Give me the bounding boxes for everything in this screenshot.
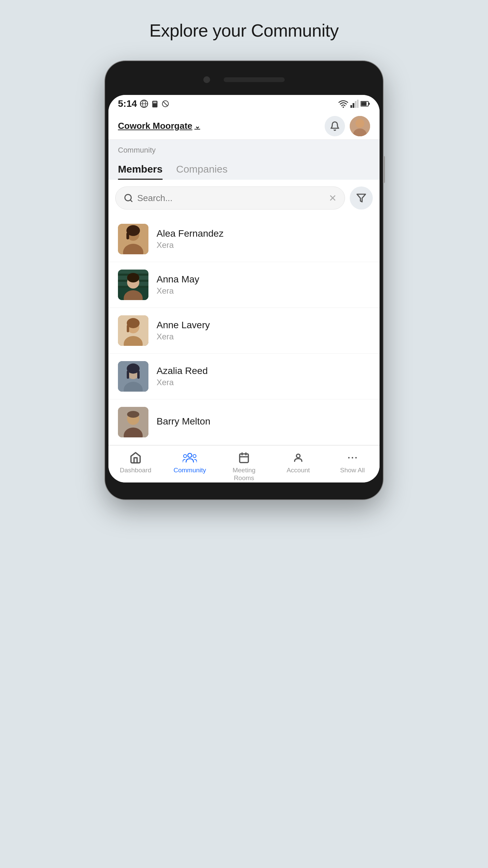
member-item[interactable]: Azalia Reed Xera [108,354,380,399]
signal-icon [350,100,359,108]
svg-rect-49 [137,371,140,379]
svg-rect-15 [361,102,367,106]
community-icon [182,450,197,465]
svg-rect-5 [155,102,155,103]
home-icon [128,450,143,465]
anne-avatar [118,315,148,346]
member-name: Azalia Reed [157,366,370,376]
member-item[interactable]: Alea Fernandez Xera [108,216,380,262]
front-camera [203,76,210,83]
search-icon [124,193,133,203]
calendar-svg [238,452,250,464]
nav-item-community[interactable]: Community [163,450,217,474]
community-svg [183,452,197,464]
user-avatar-button[interactable] [350,116,370,136]
member-avatar [118,315,148,346]
svg-marker-22 [357,194,366,202]
member-info: Alea Fernandez Xera [157,228,370,250]
calendar-icon [237,450,251,465]
member-name: Alea Fernandez [157,228,370,239]
member-item[interactable]: Barry Melton [108,399,380,445]
block-icon [161,100,169,108]
svg-rect-27 [126,233,129,239]
community-nav-label: Community [174,467,206,474]
svg-rect-6 [156,102,156,103]
member-name: Anne Lavery [157,320,370,331]
status-bar: 5:14 [108,95,380,113]
notifications-button[interactable] [325,116,345,136]
sd-card-icon [151,99,159,108]
filter-button[interactable] [350,186,373,210]
member-info: Barry Melton [157,416,370,428]
members-tab-label: Members [118,163,163,175]
svg-rect-43 [127,325,129,332]
svg-rect-48 [127,371,129,379]
account-svg [293,452,304,464]
workspace-selector[interactable]: Cowork Moorgate ⌄ [118,121,200,131]
member-avatar [118,270,148,300]
tab-members[interactable]: Members [118,159,163,180]
member-avatar [118,224,148,254]
workspace-name-text: Cowork Moorgate [118,121,192,131]
svg-point-38 [127,273,139,282]
battery-icon [361,101,370,107]
earpiece-speaker [224,77,285,82]
companies-tab-label: Companies [176,163,228,175]
nav-item-meeting-rooms[interactable]: MeetingRooms [217,450,271,482]
svg-point-63 [352,457,353,459]
member-name: Anna May [157,274,370,285]
member-item[interactable]: Anna May Xera [108,262,380,308]
nav-item-account[interactable]: Account [271,450,325,474]
svg-point-9 [343,106,344,108]
member-avatar [118,361,148,392]
chevron-down-icon: ⌄ [195,122,200,130]
filter-icon [356,193,366,203]
account-icon [291,450,306,465]
svg-rect-16 [368,103,370,105]
member-info: Anne Lavery Xera [157,320,370,341]
meeting-rooms-nav-label: MeetingRooms [232,467,256,482]
svg-point-61 [297,454,300,458]
search-bar: ✕ [115,186,345,210]
section-label: Community [108,140,380,159]
nav-item-show-all[interactable]: Show All [325,450,380,474]
avatar-svg [350,116,370,136]
member-name: Barry Melton [157,416,370,427]
bell-icon [330,121,340,131]
svg-point-64 [355,457,357,459]
members-list: Alea Fernandez Xera [108,216,380,445]
member-company: Xera [157,378,370,387]
nav-item-dashboard[interactable]: Dashboard [108,450,163,474]
globe-status-icon [140,99,148,108]
more-svg [346,452,359,464]
phone-bezel-top [108,64,380,95]
search-area: ✕ [108,180,380,216]
member-company: Xera [157,332,370,341]
azalia-avatar [118,361,148,392]
svg-rect-12 [355,101,357,108]
wifi-icon [338,100,348,108]
show-all-nav-label: Show All [340,467,365,474]
dashboard-nav-label: Dashboard [120,467,151,474]
svg-point-18 [355,119,364,128]
tab-companies[interactable]: Companies [176,159,228,180]
more-icon [345,450,360,465]
svg-point-53 [127,411,139,418]
svg-point-55 [184,455,187,458]
phone-bezel-bottom [108,482,380,496]
header-actions [325,116,370,136]
member-item[interactable]: Anne Lavery Xera [108,308,380,354]
community-label-text: Community [118,146,156,154]
svg-point-56 [193,455,196,458]
home-svg [129,452,142,464]
svg-rect-57 [240,454,248,463]
status-left: 5:14 [118,98,169,109]
search-input[interactable] [137,193,325,203]
svg-point-62 [348,457,350,459]
svg-rect-4 [154,102,154,103]
search-clear-button[interactable]: ✕ [329,193,337,204]
member-company: Xera [157,240,370,250]
tabs-container: Members Companies [108,159,380,180]
status-time: 5:14 [118,98,137,109]
barry-avatar [118,407,148,437]
